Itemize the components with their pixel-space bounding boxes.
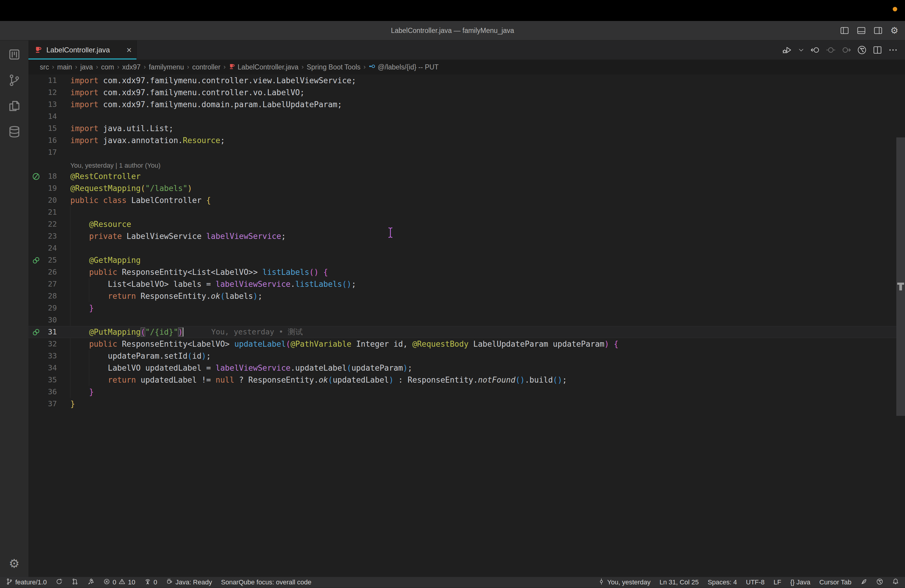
line-number[interactable]: 36: [43, 386, 70, 398]
breadcrumb-item[interactable]: xdx97: [122, 63, 141, 71]
line-number[interactable]: 35: [43, 374, 70, 386]
nav-back-icon[interactable]: [810, 45, 820, 55]
code-line-27[interactable]: 27 List<LabelVO> labels = labelViewServi…: [29, 278, 905, 290]
code-line-33[interactable]: 33 updateParam.setId(id);: [29, 350, 905, 362]
status-source-control-graph[interactable]: [71, 578, 78, 587]
line-number[interactable]: 27: [43, 278, 70, 290]
status-git-sync[interactable]: [56, 578, 62, 587]
line-number[interactable]: 33: [43, 350, 70, 362]
status-notifications-bell[interactable]: [892, 578, 899, 587]
code-line-32[interactable]: 32 public ResponseEntity<LabelVO> update…: [29, 338, 905, 350]
line-number[interactable]: 28: [43, 290, 70, 302]
status-gitlens-blame[interactable]: You, yesterday: [598, 578, 651, 587]
close-tab-icon[interactable]: ×: [126, 46, 132, 54]
status-ports[interactable]: 0: [144, 578, 157, 587]
call-graph-icon[interactable]: [857, 45, 867, 55]
status-cursor-position[interactable]: Ln 31, Col 25: [660, 578, 699, 586]
code-line-35[interactable]: 35 return updatedLabel != null ? Respons…: [29, 374, 905, 386]
breadcrumb-item[interactable]: controller: [192, 63, 221, 71]
toggle-panel-right-icon[interactable]: [873, 26, 883, 35]
line-number[interactable]: 32: [43, 338, 70, 350]
line-number[interactable]: 23: [43, 230, 70, 242]
code-line-31[interactable]: 31 @PutMapping("/{id}")You, yesterday • …: [29, 326, 905, 338]
line-number[interactable]: 17: [43, 146, 70, 158]
code-line-23[interactable]: 23 private LabelViewService labelViewSer…: [29, 230, 905, 242]
status-java-status[interactable]: Java: Ready: [166, 578, 212, 587]
code-line-15[interactable]: 15import java.util.List;: [29, 122, 905, 134]
activitybar-source-control-icon[interactable]: [8, 73, 21, 87]
activitybar-copy-pages-icon[interactable]: [8, 99, 21, 113]
code-line-13[interactable]: 13import com.xdx97.familymenu.domain.par…: [29, 99, 905, 110]
activitybar-database-icon[interactable]: [8, 125, 21, 138]
code-line-18[interactable]: 18@RestController: [29, 170, 905, 182]
run-dropdown-icon[interactable]: [798, 47, 805, 53]
toggle-panel-left-icon[interactable]: [840, 26, 849, 35]
breadcrumb-item[interactable]: java: [80, 63, 93, 71]
status-indentation[interactable]: Spaces: 4: [708, 578, 737, 586]
line-number[interactable]: 13: [43, 99, 70, 110]
code-line-36[interactable]: 36 }: [29, 386, 905, 398]
line-number[interactable]: 37: [43, 398, 70, 410]
code-editor[interactable]: 11import com.xdx97.familymenu.controller…: [29, 75, 905, 577]
line-number[interactable]: 26: [43, 266, 70, 278]
line-number[interactable]: 19: [43, 182, 70, 194]
code-line-30[interactable]: 30: [29, 314, 905, 326]
code-line-26[interactable]: 26 public ResponseEntity<List<LabelVO>> …: [29, 266, 905, 278]
code-line-25[interactable]: 25 @GetMapping: [29, 254, 905, 266]
request-mapping-gutter-icon[interactable]: [29, 254, 43, 266]
breadcrumb-item[interactable]: com: [101, 63, 114, 71]
activitybar-settings-gear-icon[interactable]: ⚙: [8, 556, 21, 577]
breadcrumb-item[interactable]: familymenu: [149, 63, 184, 71]
breadcrumb-item[interactable]: main: [57, 63, 72, 71]
line-number[interactable]: 30: [43, 314, 70, 326]
code-line-16[interactable]: 16import javax.annotation.Resource;: [29, 134, 905, 146]
line-number[interactable]: 12: [43, 86, 70, 99]
status-encoding[interactable]: UTF-8: [746, 578, 765, 586]
status-sonar-status[interactable]: [876, 578, 883, 587]
spring-bean-icon[interactable]: [29, 170, 43, 182]
code-line-12[interactable]: 12import com.xdx97.familymenu.controller…: [29, 86, 905, 99]
activitybar-project-manager-icon[interactable]: [8, 48, 21, 61]
nav-forward-icon[interactable]: [841, 45, 851, 55]
status-cursor-tab[interactable]: Cursor Tab: [819, 578, 851, 586]
code-line-22[interactable]: 22 @Resource: [29, 218, 905, 230]
code-line-20[interactable]: 20public class LabelController {: [29, 194, 905, 206]
code-line-19[interactable]: 19@RequestMapping("/labels"): [29, 182, 905, 194]
titlebar[interactable]: LabelController.java — familyMenu_java ⚙: [0, 21, 905, 40]
breadcrumb-item[interactable]: src: [40, 63, 49, 71]
status-language-mode[interactable]: {} Java: [791, 578, 810, 586]
line-number[interactable]: 24: [43, 242, 70, 254]
status-eol[interactable]: LF: [773, 578, 781, 586]
request-mapping-gutter-icon[interactable]: [29, 326, 43, 338]
line-number[interactable]: 14: [43, 110, 70, 122]
line-number[interactable]: 29: [43, 302, 70, 314]
line-number[interactable]: 21: [43, 206, 70, 218]
breadcrumb-item[interactable]: Spring Boot Tools: [307, 63, 360, 71]
status-sonarqube-focus[interactable]: SonarQube focus: overall code: [221, 578, 311, 586]
scrollbar[interactable]: [896, 75, 905, 577]
line-number[interactable]: 11: [43, 75, 70, 86]
nav-circle-icon[interactable]: [826, 45, 835, 55]
line-number[interactable]: 18: [43, 170, 70, 182]
customize-layout-icon[interactable]: ⚙: [890, 26, 899, 35]
breadcrumb-item[interactable]: LabelController.java: [229, 63, 298, 72]
code-line-21[interactable]: 21: [29, 206, 905, 218]
code-line-17[interactable]: 17: [29, 146, 905, 158]
status-ai-quill[interactable]: [861, 578, 867, 587]
debug-run-icon[interactable]: [782, 45, 792, 55]
code-line-11[interactable]: 11import com.xdx97.familymenu.controller…: [29, 75, 905, 86]
scrollbar-thumb[interactable]: [896, 137, 905, 416]
line-number[interactable]: 31: [43, 326, 70, 338]
code-line-29[interactable]: 29 }: [29, 302, 905, 314]
code-line-37[interactable]: 37}: [29, 398, 905, 410]
code-line-34[interactable]: 34 LabelVO updatedLabel = labelViewServi…: [29, 362, 905, 374]
code-line-14[interactable]: 14: [29, 110, 905, 122]
status-problems[interactable]: 010: [103, 578, 135, 587]
line-number[interactable]: 22: [43, 218, 70, 230]
breadcrumb-item[interactable]: @/labels/{id} -- PUT: [369, 63, 439, 72]
toggle-panel-bottom-icon[interactable]: [857, 26, 866, 35]
line-number[interactable]: 25: [43, 254, 70, 266]
line-number[interactable]: 16: [43, 134, 70, 146]
line-number[interactable]: 34: [43, 362, 70, 374]
line-number[interactable]: 20: [43, 194, 70, 206]
